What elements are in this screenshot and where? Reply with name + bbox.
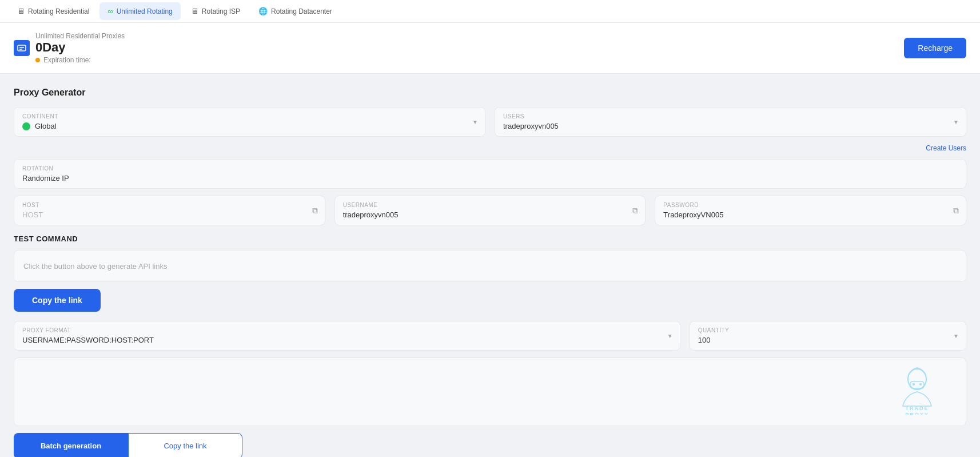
quantity-field[interactable]: QUANTITY 100 ▼ <box>690 321 966 351</box>
product-label: Unlimited Residential Proxies <box>35 32 125 40</box>
api-link-placeholder: Click the button above to generate API l… <box>23 262 168 271</box>
test-command-title: TEST COMMAND <box>14 235 966 243</box>
username-value: tradeproxyvn005 <box>343 210 638 219</box>
credentials-row: HOST HOST ⧉ USERNAME tradeproxyvn005 ⧉ P… <box>14 196 966 225</box>
rotation-label: ROTATION <box>22 165 958 172</box>
tab-unlimited-rotating[interactable]: ∞ Unlimited Rotating <box>99 2 180 20</box>
continent-dropdown-arrow: ▼ <box>472 119 478 125</box>
password-label: PASSWORD <box>663 202 958 208</box>
expiry-dot <box>35 58 40 62</box>
continent-value: Global <box>22 122 477 130</box>
continent-field[interactable]: CONTINENT Global ▼ <box>14 107 485 137</box>
username-label: USERNAME <box>343 202 638 208</box>
users-value: tradeproxyvn005 <box>503 122 958 130</box>
host-copy-icon[interactable]: ⧉ <box>312 206 318 216</box>
bottom-actions: Batch generation Copy the link <box>14 433 966 457</box>
trade-proxy-watermark: TRADE PROXY <box>891 363 943 416</box>
create-users-link-container: Create Users <box>14 144 966 152</box>
globe-icon <box>22 122 30 130</box>
rotation-value: Randomize IP <box>22 174 958 182</box>
header-left: Unlimited Residential Proxies 0Day Expir… <box>14 32 125 64</box>
password-field: PASSWORD TradeproxyVN005 ⧉ <box>655 196 966 225</box>
tab-rotating-isp[interactable]: 🖥 Rotating ISP <box>183 2 248 20</box>
expiry-row: Expiration time: <box>35 56 125 64</box>
users-label: USERS <box>503 113 958 120</box>
header-icon <box>14 40 30 56</box>
header-info: Unlimited Residential Proxies 0Day Expir… <box>35 32 125 64</box>
api-link-area: Click the button above to generate API l… <box>14 250 966 282</box>
svg-text:TRADE: TRADE <box>906 406 929 411</box>
recharge-button[interactable]: Recharge <box>904 38 966 58</box>
page-title: 0Day <box>35 40 125 55</box>
host-value: HOST <box>22 210 317 219</box>
svg-text:PROXY: PROXY <box>905 412 929 415</box>
password-copy-icon[interactable]: ⧉ <box>953 206 959 216</box>
continent-label: CONTINENT <box>22 113 477 120</box>
quantity-label: QUANTITY <box>698 327 958 333</box>
tab-unlimited-rotating-label: Unlimited Rotating <box>117 7 173 15</box>
svg-point-6 <box>919 383 922 386</box>
proxy-format-row: PROXY FORMAT USERNAME:PASSWORD:HOST:PORT… <box>14 321 966 351</box>
users-dropdown-arrow: ▼ <box>953 119 959 125</box>
host-field: HOST HOST ⧉ <box>14 196 325 225</box>
main-content: Proxy Generator CONTINENT Global ▼ USERS… <box>0 74 980 457</box>
rotation-field[interactable]: ROTATION Randomize IP <box>14 159 966 189</box>
tab-rotating-residential-label: Rotating Residential <box>28 7 89 15</box>
tab-rotating-datacenter[interactable]: 🌐 Rotating Datacenter <box>250 2 340 20</box>
create-users-link[interactable]: Create Users <box>926 144 966 152</box>
svg-rect-0 <box>18 45 26 51</box>
username-field: USERNAME tradeproxyvn005 ⧉ <box>334 196 646 225</box>
tab-rotating-datacenter-label: Rotating Datacenter <box>271 7 332 15</box>
output-area: TRADE PROXY <box>14 357 966 426</box>
host-label: HOST <box>22 202 317 208</box>
proxy-format-dropdown-arrow: ▼ <box>667 333 673 339</box>
tab-rotating-isp-label: Rotating ISP <box>202 7 240 15</box>
top-navigation: 🖥 Rotating Residential ∞ Unlimited Rotat… <box>0 0 980 23</box>
copy-link-button-2[interactable]: Copy the link <box>128 433 242 457</box>
batch-generation-button[interactable]: Batch generation <box>14 433 128 457</box>
username-copy-icon[interactable]: ⧉ <box>632 206 638 216</box>
tab-rotating-residential[interactable]: 🖥 Rotating Residential <box>9 2 97 20</box>
proxy-format-field[interactable]: PROXY FORMAT USERNAME:PASSWORD:HOST:PORT… <box>14 321 680 351</box>
users-field[interactable]: USERS tradeproxyvn005 ▼ <box>495 107 966 137</box>
svg-point-5 <box>913 383 915 386</box>
section-title: Proxy Generator <box>14 88 966 98</box>
header: Unlimited Residential Proxies 0Day Expir… <box>0 23 980 74</box>
quantity-dropdown-arrow: ▼ <box>953 333 959 339</box>
expiry-label: Expiration time: <box>43 56 91 64</box>
password-value: TradeproxyVN005 <box>663 210 958 219</box>
quantity-value: 100 <box>698 336 958 344</box>
continent-users-row: CONTINENT Global ▼ USERS tradeproxyvn005… <box>14 107 966 137</box>
copy-link-button[interactable]: Copy the link <box>14 289 101 312</box>
proxy-format-label: PROXY FORMAT <box>22 327 672 333</box>
proxy-format-value: USERNAME:PASSWORD:HOST:PORT <box>22 336 672 344</box>
